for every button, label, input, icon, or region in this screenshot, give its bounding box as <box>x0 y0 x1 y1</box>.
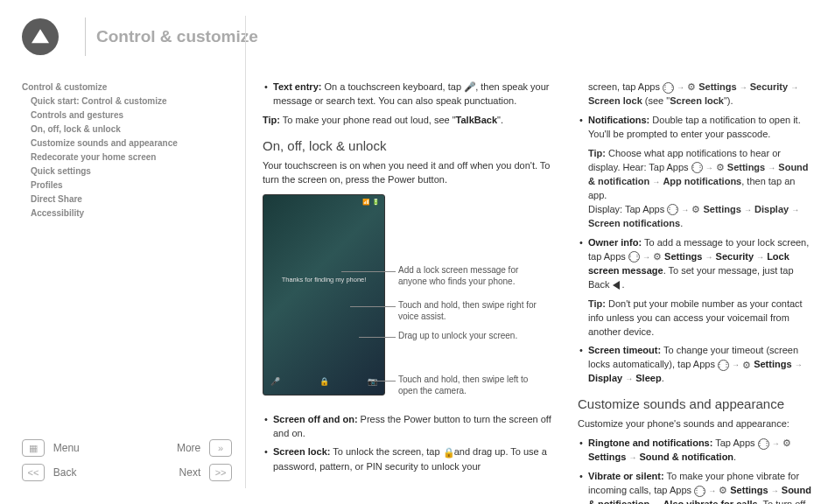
text: ". <box>497 115 503 125</box>
menu-button[interactable]: Menu <box>53 442 123 454</box>
back-button[interactable]: Back <box>53 466 123 479</box>
toc-link[interactable]: Quick settings <box>22 164 223 178</box>
arrow-icon: → <box>740 83 747 92</box>
lock-icon: 🔒 <box>319 376 329 388</box>
bold: Sound & notification <box>640 452 734 462</box>
phone-lockscreen-message: Thanks for finding my phone! <box>263 276 384 285</box>
toc-section[interactable]: Control & customize <box>22 80 223 94</box>
apps-icon: ⋮⋮ <box>718 360 729 371</box>
bold: Display <box>588 373 622 383</box>
arrow-icon: → <box>625 374 633 383</box>
bold: App notifications <box>663 176 741 186</box>
intro-onoff: Your touchscreen is on when you need it … <box>263 159 551 187</box>
bold: TalkBack <box>456 115 498 125</box>
callout-line <box>341 271 396 272</box>
callout-4: Touch and hold, then swipe left to open … <box>398 374 547 396</box>
bold: Screen notifications <box>588 218 680 228</box>
arrow-icon: → <box>628 453 636 462</box>
text: On a touchscreen keyboard, tap <box>321 81 464 92</box>
label: Owner info: <box>588 237 642 248</box>
voice-assist-icon: 🎤 <box>270 376 280 388</box>
text: Tap Apps <box>712 438 757 448</box>
back-triangle-icon <box>613 281 620 290</box>
label: Text entry: <box>273 81 321 92</box>
screenlock-cont: screen, tap Apps ⋮⋮ → ⚙ Settings → Secur… <box>578 80 814 108</box>
motorola-logo <box>22 18 59 55</box>
bullet-owner-info: Owner info: To add a message to your loc… <box>578 236 814 292</box>
bullet-screen-timeout: Screen timeout: To change your timeout (… <box>578 344 814 386</box>
bold: Settings <box>698 81 736 92</box>
toc-link[interactable]: On, off, lock & unlock <box>22 122 223 136</box>
callout-2: Touch and hold, then swipe right for voi… <box>398 299 547 322</box>
next-icon[interactable]: >> <box>209 464 232 481</box>
next-button[interactable]: Next <box>131 466 200 479</box>
toc-link[interactable]: Quick start: Control & customize <box>22 94 223 108</box>
column-2: screen, tap Apps ⋮⋮ → ⚙ Settings → Secur… <box>578 80 814 504</box>
arrow-icon: → <box>790 83 798 92</box>
phone-mockup: 📶 🔋 Thanks for finding my phone! 🎤 🔒 📷 <box>263 194 385 396</box>
callout-1: Add a lock screen message for anyone who… <box>398 264 547 287</box>
tip-label: Tip: <box>263 115 280 125</box>
label: Screen lock: <box>273 446 330 457</box>
tip-label: Tip: <box>588 298 606 309</box>
bold: Settings <box>754 359 791 369</box>
lockscreen-figure: 📶 🔋 Thanks for finding my phone! 🎤 🔒 📷 A… <box>263 194 551 404</box>
arrow-icon: → <box>677 83 684 92</box>
toc-link[interactable]: Direct Share <box>22 192 223 206</box>
toc-sidebar: Control & customize Quick start: Control… <box>22 80 223 220</box>
bold: Security <box>750 81 788 92</box>
notif-tip: Tip: Choose what app notifications to he… <box>578 147 814 231</box>
apps-icon: ⋮⋮ <box>628 251 640 262</box>
gear-icon: ⚙ <box>716 161 725 175</box>
heading-customize: Customize sounds and appearance <box>578 395 814 414</box>
toc-link[interactable]: Redecorate your home screen <box>22 150 223 164</box>
menu-icon[interactable]: ▦ <box>22 439 45 457</box>
arrow-icon: → <box>681 206 689 214</box>
gear-icon: ⚙ <box>653 250 662 264</box>
label: Notifications: <box>588 115 649 125</box>
microphone-icon: 🎤 <box>464 80 473 94</box>
gear-icon: ⚙ <box>742 359 751 373</box>
arrow-icon: → <box>791 206 799 214</box>
bold: Settings <box>588 452 626 462</box>
arrow-icon: → <box>768 164 775 172</box>
text: (see " <box>642 95 670 106</box>
arrow-icon: → <box>652 178 660 186</box>
column-1: Text entry: On a touchscreen keyboard, t… <box>263 80 551 479</box>
arrow-icon: → <box>744 206 752 214</box>
gear-icon: ⚙ <box>719 484 727 498</box>
label: Screen timeout: <box>588 345 661 355</box>
label: Screen off and on: <box>273 414 358 424</box>
apps-icon: ⋮⋮ <box>663 82 674 94</box>
arrow-icon: → <box>705 253 713 262</box>
text: To make your phone read out loud, see " <box>280 115 456 125</box>
bold: Security <box>716 251 754 262</box>
text: To unlock the screen, tap <box>330 446 442 457</box>
text: Display: Tap Apps <box>588 204 667 214</box>
callout-line <box>350 306 396 307</box>
customize-intro: Customize your phone's sounds and appear… <box>578 417 814 431</box>
header-divider <box>85 18 86 56</box>
arrow-icon: → <box>795 360 803 369</box>
bullet-ringtone: Ringtone and notifications: Tap Apps ⋮⋮ … <box>578 437 814 465</box>
toc-link[interactable]: Accessibility <box>22 206 223 220</box>
arrow-icon: → <box>756 253 764 262</box>
toc-link[interactable]: Controls and gestures <box>22 108 223 122</box>
more-button[interactable]: More <box>131 442 200 454</box>
toc-link[interactable]: Profiles <box>22 178 223 192</box>
callout-line <box>368 381 396 382</box>
lock-icon: 🔒 <box>443 446 452 460</box>
toc-link[interactable]: Customize sounds and appearance <box>22 136 223 150</box>
bold: Screen lock <box>670 95 724 106</box>
arrow-icon: → <box>708 486 716 495</box>
camera-icon: 📷 <box>368 376 377 388</box>
column-divider <box>245 16 246 488</box>
more-icon[interactable]: » <box>209 439 232 457</box>
bullet-screen-off: Screen off and on: Press the Power butto… <box>263 413 551 441</box>
back-icon[interactable]: << <box>22 464 45 481</box>
callout-3: Drag up to unlock your screen. <box>398 330 547 341</box>
apps-icon: ⋮⋮ <box>691 162 703 173</box>
label: Vibrate or silent: <box>588 471 664 481</box>
arrow-icon: → <box>642 253 650 262</box>
arrow-icon: → <box>732 360 740 369</box>
